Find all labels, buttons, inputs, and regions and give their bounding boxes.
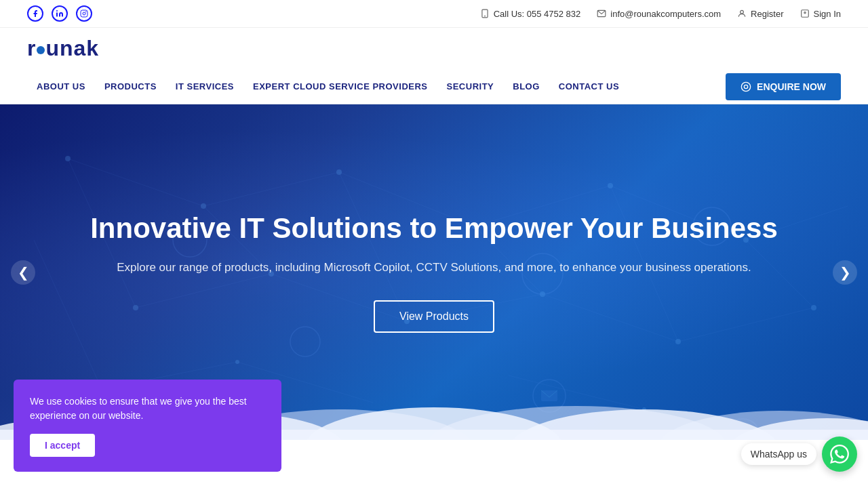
nav-it-services[interactable]: IT SERVICES	[166, 69, 243, 104]
svg-point-2	[83, 12, 85, 15]
top-bar: Call Us: 055 4752 832 info@rounakcompute…	[0, 0, 868, 28]
svg-point-10	[741, 82, 750, 91]
linkedin-icon[interactable]	[52, 5, 68, 22]
enquire-button[interactable]: ENQUIRE NOW	[726, 73, 841, 100]
nav-contact[interactable]: CONTACT US	[549, 69, 629, 104]
svg-point-51	[675, 339, 681, 344]
logo[interactable]: runak	[27, 36, 99, 61]
hero-title: Innovative IT Solutions to Empower Your …	[90, 211, 778, 245]
view-products-button[interactable]: View Products	[374, 300, 494, 333]
hero-subtitle: Explore our range of products, including…	[90, 259, 778, 277]
svg-point-0	[56, 10, 58, 12]
svg-rect-1	[81, 10, 87, 17]
nav-links: ABOUT US PRODUCTS IT SERVICES EXPERT CLO…	[27, 69, 726, 104]
enquire-icon	[741, 81, 751, 92]
cookie-banner: We use cookies to ensure that we give yo…	[14, 380, 281, 472]
svg-point-43	[336, 169, 342, 175]
carousel-next-button[interactable]: ❯	[833, 260, 857, 285]
whatsapp-icon	[830, 445, 849, 464]
nav-about[interactable]: ABOUT US	[27, 69, 95, 104]
carousel-prev-button[interactable]: ❮	[11, 260, 35, 285]
whatsapp-label: WhatsApp us	[741, 443, 816, 465]
phone-info: Call Us: 055 4752 832	[480, 9, 581, 19]
social-icons	[27, 5, 92, 22]
svg-point-41	[65, 156, 71, 161]
facebook-icon[interactable]	[27, 5, 43, 22]
nav-products[interactable]: PRODUCTS	[95, 69, 166, 104]
svg-point-11	[744, 85, 747, 88]
whatsapp-button[interactable]	[822, 436, 857, 472]
logo-dot	[37, 46, 45, 54]
svg-point-3	[85, 12, 87, 13]
hero-content: Innovative IT Solutions to Empower Your …	[22, 211, 846, 333]
register-link[interactable]: Register	[737, 9, 783, 19]
svg-point-9	[804, 12, 805, 14]
signin-link[interactable]: Sign In	[800, 9, 841, 19]
header: runak	[0, 28, 868, 69]
whatsapp-widget: WhatsApp us	[741, 436, 857, 472]
cookie-message: We use cookies to ensure that we give yo…	[30, 394, 265, 423]
top-right-info: Call Us: 055 4752 832 info@rounakcompute…	[480, 9, 841, 19]
svg-line-12	[68, 159, 203, 206]
cookie-accept-button[interactable]: I accept	[30, 434, 95, 457]
nav-blog[interactable]: BLOG	[503, 69, 549, 104]
instagram-icon[interactable]	[76, 5, 92, 22]
email-info: info@rounakcomputers.com	[597, 9, 721, 19]
svg-point-42	[201, 203, 206, 209]
svg-line-13	[203, 172, 339, 206]
nav-cloud[interactable]: EXPERT CLOUD SERVICE PROVIDERS	[243, 69, 437, 104]
svg-point-53	[235, 360, 239, 364]
svg-point-45	[608, 183, 613, 188]
navigation: ABOUT US PRODUCTS IT SERVICES EXPERT CLO…	[0, 69, 868, 104]
nav-security[interactable]: SECURITY	[437, 69, 504, 104]
svg-point-7	[741, 10, 744, 14]
